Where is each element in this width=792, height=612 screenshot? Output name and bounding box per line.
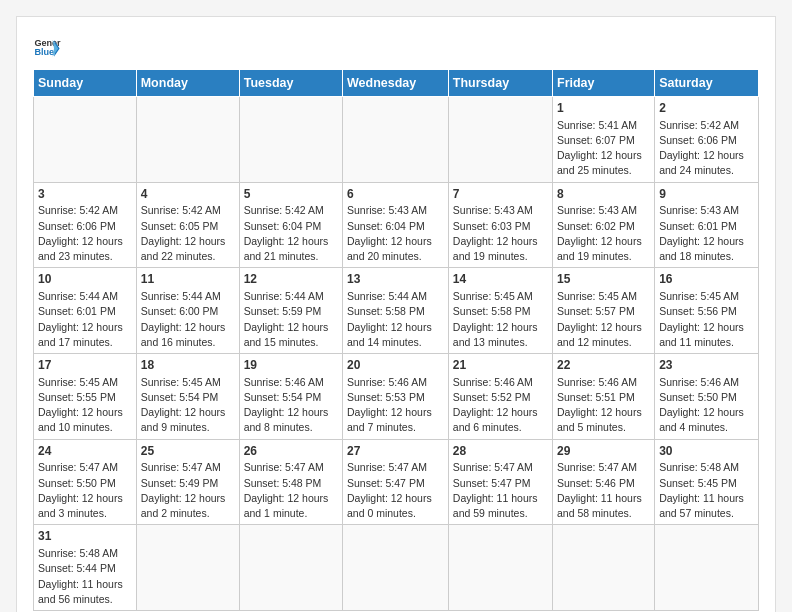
day-number: 1 (557, 100, 650, 117)
day-info: Sunrise: 5:48 AM Sunset: 5:44 PM Dayligh… (38, 546, 132, 607)
day-info: Sunrise: 5:46 AM Sunset: 5:50 PM Dayligh… (659, 375, 754, 436)
day-number: 7 (453, 186, 548, 203)
calendar-cell (239, 97, 342, 183)
calendar-cell: 11Sunrise: 5:44 AM Sunset: 6:00 PM Dayli… (136, 268, 239, 354)
day-number: 21 (453, 357, 548, 374)
calendar-cell (448, 97, 552, 183)
calendar-cell (448, 525, 552, 611)
calendar-cell: 30Sunrise: 5:48 AM Sunset: 5:45 PM Dayli… (655, 439, 759, 525)
calendar-cell: 24Sunrise: 5:47 AM Sunset: 5:50 PM Dayli… (34, 439, 137, 525)
calendar-cell (343, 97, 449, 183)
day-info: Sunrise: 5:45 AM Sunset: 5:55 PM Dayligh… (38, 375, 132, 436)
day-number: 23 (659, 357, 754, 374)
day-number: 16 (659, 271, 754, 288)
calendar-cell: 27Sunrise: 5:47 AM Sunset: 5:47 PM Dayli… (343, 439, 449, 525)
day-info: Sunrise: 5:48 AM Sunset: 5:45 PM Dayligh… (659, 460, 754, 521)
day-info: Sunrise: 5:46 AM Sunset: 5:53 PM Dayligh… (347, 375, 444, 436)
calendar-row: 17Sunrise: 5:45 AM Sunset: 5:55 PM Dayli… (34, 354, 759, 440)
day-number: 25 (141, 443, 235, 460)
calendar-cell: 29Sunrise: 5:47 AM Sunset: 5:46 PM Dayli… (553, 439, 655, 525)
day-info: Sunrise: 5:43 AM Sunset: 6:03 PM Dayligh… (453, 203, 548, 264)
calendar-cell: 20Sunrise: 5:46 AM Sunset: 5:53 PM Dayli… (343, 354, 449, 440)
calendar-cell: 31Sunrise: 5:48 AM Sunset: 5:44 PM Dayli… (34, 525, 137, 611)
calendar-cell: 23Sunrise: 5:46 AM Sunset: 5:50 PM Dayli… (655, 354, 759, 440)
day-number: 29 (557, 443, 650, 460)
calendar-cell: 8Sunrise: 5:43 AM Sunset: 6:02 PM Daylig… (553, 182, 655, 268)
calendar-cell (34, 97, 137, 183)
day-info: Sunrise: 5:47 AM Sunset: 5:46 PM Dayligh… (557, 460, 650, 521)
day-number: 3 (38, 186, 132, 203)
day-info: Sunrise: 5:44 AM Sunset: 6:01 PM Dayligh… (38, 289, 132, 350)
day-number: 5 (244, 186, 338, 203)
day-number: 28 (453, 443, 548, 460)
day-info: Sunrise: 5:44 AM Sunset: 5:58 PM Dayligh… (347, 289, 444, 350)
calendar-cell: 21Sunrise: 5:46 AM Sunset: 5:52 PM Dayli… (448, 354, 552, 440)
calendar-cell (239, 525, 342, 611)
day-number: 2 (659, 100, 754, 117)
day-number: 11 (141, 271, 235, 288)
day-info: Sunrise: 5:47 AM Sunset: 5:47 PM Dayligh… (453, 460, 548, 521)
day-number: 15 (557, 271, 650, 288)
day-number: 14 (453, 271, 548, 288)
calendar-row: 3Sunrise: 5:42 AM Sunset: 6:06 PM Daylig… (34, 182, 759, 268)
day-number: 31 (38, 528, 132, 545)
calendar-cell: 14Sunrise: 5:45 AM Sunset: 5:58 PM Dayli… (448, 268, 552, 354)
calendar-cell: 9Sunrise: 5:43 AM Sunset: 6:01 PM Daylig… (655, 182, 759, 268)
day-info: Sunrise: 5:43 AM Sunset: 6:02 PM Dayligh… (557, 203, 650, 264)
calendar-cell: 22Sunrise: 5:46 AM Sunset: 5:51 PM Dayli… (553, 354, 655, 440)
day-info: Sunrise: 5:47 AM Sunset: 5:49 PM Dayligh… (141, 460, 235, 521)
calendar-cell: 28Sunrise: 5:47 AM Sunset: 5:47 PM Dayli… (448, 439, 552, 525)
day-info: Sunrise: 5:47 AM Sunset: 5:50 PM Dayligh… (38, 460, 132, 521)
calendar-row: 24Sunrise: 5:47 AM Sunset: 5:50 PM Dayli… (34, 439, 759, 525)
calendar-cell (655, 525, 759, 611)
day-info: Sunrise: 5:43 AM Sunset: 6:01 PM Dayligh… (659, 203, 754, 264)
day-info: Sunrise: 5:44 AM Sunset: 5:59 PM Dayligh… (244, 289, 338, 350)
calendar-cell (136, 97, 239, 183)
logo-icon: General Blue (33, 33, 61, 61)
calendar-body: 1Sunrise: 5:41 AM Sunset: 6:07 PM Daylig… (34, 97, 759, 611)
calendar-cell: 2Sunrise: 5:42 AM Sunset: 6:06 PM Daylig… (655, 97, 759, 183)
column-header-saturday: Saturday (655, 70, 759, 97)
day-number: 12 (244, 271, 338, 288)
calendar-cell: 12Sunrise: 5:44 AM Sunset: 5:59 PM Dayli… (239, 268, 342, 354)
day-info: Sunrise: 5:46 AM Sunset: 5:51 PM Dayligh… (557, 375, 650, 436)
day-number: 9 (659, 186, 754, 203)
svg-text:Blue: Blue (34, 47, 54, 57)
calendar-cell: 17Sunrise: 5:45 AM Sunset: 5:55 PM Dayli… (34, 354, 137, 440)
day-info: Sunrise: 5:42 AM Sunset: 6:06 PM Dayligh… (659, 118, 754, 179)
logo: General Blue (33, 33, 65, 61)
header-row: SundayMondayTuesdayWednesdayThursdayFrid… (34, 70, 759, 97)
calendar-cell (553, 525, 655, 611)
calendar-cell: 10Sunrise: 5:44 AM Sunset: 6:01 PM Dayli… (34, 268, 137, 354)
day-info: Sunrise: 5:46 AM Sunset: 5:54 PM Dayligh… (244, 375, 338, 436)
column-header-tuesday: Tuesday (239, 70, 342, 97)
day-info: Sunrise: 5:45 AM Sunset: 5:56 PM Dayligh… (659, 289, 754, 350)
calendar-table: SundayMondayTuesdayWednesdayThursdayFrid… (33, 69, 759, 611)
day-number: 6 (347, 186, 444, 203)
day-number: 17 (38, 357, 132, 374)
day-number: 4 (141, 186, 235, 203)
day-number: 18 (141, 357, 235, 374)
day-number: 13 (347, 271, 444, 288)
day-info: Sunrise: 5:45 AM Sunset: 5:54 PM Dayligh… (141, 375, 235, 436)
column-header-monday: Monday (136, 70, 239, 97)
day-number: 27 (347, 443, 444, 460)
day-info: Sunrise: 5:46 AM Sunset: 5:52 PM Dayligh… (453, 375, 548, 436)
day-number: 8 (557, 186, 650, 203)
day-number: 10 (38, 271, 132, 288)
day-number: 20 (347, 357, 444, 374)
day-number: 26 (244, 443, 338, 460)
calendar-row: 1Sunrise: 5:41 AM Sunset: 6:07 PM Daylig… (34, 97, 759, 183)
column-header-sunday: Sunday (34, 70, 137, 97)
calendar-cell: 13Sunrise: 5:44 AM Sunset: 5:58 PM Dayli… (343, 268, 449, 354)
day-info: Sunrise: 5:47 AM Sunset: 5:48 PM Dayligh… (244, 460, 338, 521)
calendar-cell: 25Sunrise: 5:47 AM Sunset: 5:49 PM Dayli… (136, 439, 239, 525)
day-info: Sunrise: 5:47 AM Sunset: 5:47 PM Dayligh… (347, 460, 444, 521)
day-number: 19 (244, 357, 338, 374)
day-info: Sunrise: 5:45 AM Sunset: 5:58 PM Dayligh… (453, 289, 548, 350)
column-header-thursday: Thursday (448, 70, 552, 97)
day-info: Sunrise: 5:41 AM Sunset: 6:07 PM Dayligh… (557, 118, 650, 179)
day-info: Sunrise: 5:42 AM Sunset: 6:04 PM Dayligh… (244, 203, 338, 264)
calendar-page: General Blue SundayMondayTuesdayWednesda… (16, 16, 776, 612)
column-header-friday: Friday (553, 70, 655, 97)
